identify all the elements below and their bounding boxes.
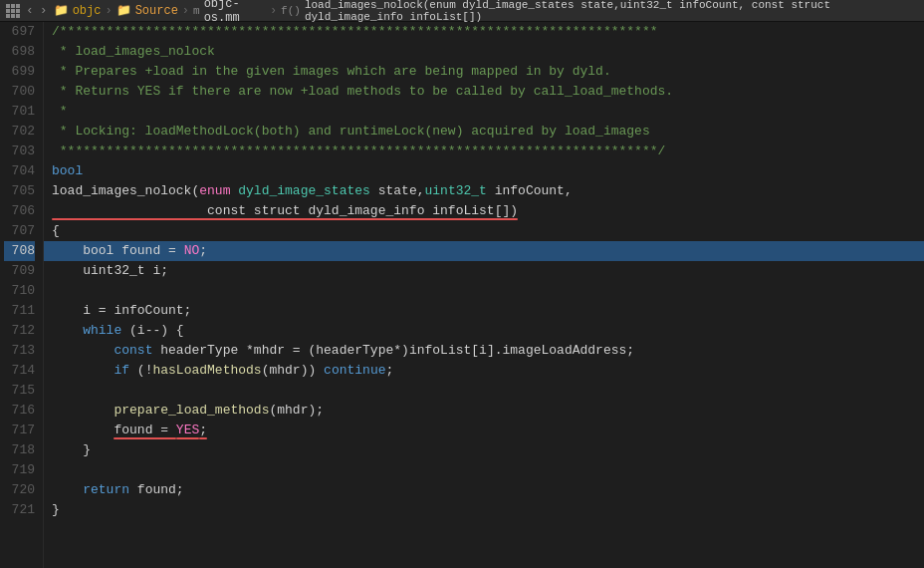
breadcrumb-objc-label[interactable]: objc bbox=[73, 4, 102, 18]
code-line: load_images_nolock(enum dyld_image_state… bbox=[44, 181, 924, 201]
code-token: ****************************************… bbox=[52, 143, 665, 158]
code-token: continue bbox=[324, 363, 385, 378]
code-token: hasLoadMethods bbox=[152, 363, 261, 378]
code-token: return bbox=[83, 482, 129, 497]
code-line: const struct dyld_image_info infoList[]) bbox=[44, 201, 924, 221]
code-area: 6976986997007017027037047057067077087097… bbox=[0, 22, 924, 568]
line-number: 700 bbox=[4, 82, 35, 102]
line-number: 720 bbox=[4, 480, 35, 500]
line-number: 714 bbox=[4, 361, 35, 381]
code-token: * Returns YES if there are now +load met… bbox=[52, 84, 673, 99]
line-number: 713 bbox=[4, 341, 35, 361]
line-number: 710 bbox=[4, 281, 35, 301]
code-token bbox=[52, 403, 114, 418]
line-number: 704 bbox=[4, 161, 35, 181]
code-token bbox=[52, 423, 114, 437]
code-line: /***************************************… bbox=[44, 22, 924, 42]
code-token: bool bbox=[52, 163, 83, 178]
code-line: bool bbox=[44, 161, 924, 181]
breadcrumb-source-label[interactable]: Source bbox=[135, 4, 178, 18]
code-token: { bbox=[52, 223, 60, 238]
line-number: 711 bbox=[4, 301, 35, 321]
code-line: * Prepares +load in the given images whi… bbox=[44, 62, 924, 82]
code-line: bool found = NO; bbox=[44, 241, 924, 261]
top-bar: ‹ › 📁 objc › 📁 Source › m objc-os.mm › f… bbox=[0, 0, 924, 22]
code-token: ; bbox=[199, 243, 207, 258]
line-number: 705 bbox=[4, 181, 35, 201]
code-token bbox=[52, 482, 83, 497]
code-content: /***************************************… bbox=[44, 22, 924, 568]
code-token: headerType *mhdr = (headerType*)infoList… bbox=[152, 343, 634, 358]
code-line: } bbox=[44, 440, 924, 460]
breadcrumb-func-label[interactable]: load_images_nolock(enum dyld_image_state… bbox=[305, 0, 918, 23]
line-number: 718 bbox=[4, 440, 35, 460]
line-number: 697 bbox=[4, 22, 35, 42]
code-token bbox=[52, 343, 114, 358]
code-token bbox=[52, 363, 114, 378]
code-token: (i--) { bbox=[121, 323, 183, 338]
code-token: } bbox=[52, 442, 91, 457]
code-line: * Locking: loadMethodLock(both) and runt… bbox=[44, 122, 924, 142]
line-number: 701 bbox=[4, 102, 35, 122]
code-token: (mhdr); bbox=[269, 403, 324, 418]
code-line: if (!hasLoadMethods(mhdr)) continue; bbox=[44, 361, 924, 381]
code-token: } bbox=[52, 502, 60, 517]
code-line: prepare_load_methods(mhdr); bbox=[44, 401, 924, 421]
code-token: uint32_t bbox=[424, 183, 486, 198]
code-token: prepare_load_methods bbox=[114, 403, 269, 418]
line-numbers: 6976986997007017027037047057067077087097… bbox=[0, 22, 44, 568]
code-line: return found; bbox=[44, 480, 924, 500]
code-token: * load_images_nolock bbox=[52, 44, 215, 59]
line-number: 717 bbox=[4, 421, 35, 440]
line-number: 712 bbox=[4, 321, 35, 341]
line-number: 716 bbox=[4, 401, 35, 421]
line-number: 715 bbox=[4, 381, 35, 401]
code-token: infoCount, bbox=[487, 183, 573, 198]
code-line: const headerType *mhdr = (headerType*)in… bbox=[44, 341, 924, 361]
line-number: 721 bbox=[4, 500, 35, 520]
code-token: bool found = bbox=[52, 243, 184, 258]
code-line: ****************************************… bbox=[44, 142, 924, 161]
line-number: 702 bbox=[4, 122, 35, 142]
line-number: 698 bbox=[4, 42, 35, 62]
code-line bbox=[44, 381, 924, 401]
code-line: * Returns YES if there are now +load met… bbox=[44, 82, 924, 102]
code-token: (! bbox=[129, 363, 152, 378]
code-token: dyld_image_states bbox=[238, 183, 370, 198]
code-token: const struct dyld_image_info infoList[]) bbox=[52, 201, 518, 221]
breadcrumb-file-label[interactable]: objc-os.mm bbox=[204, 0, 266, 25]
line-number: 706 bbox=[4, 201, 35, 221]
code-token: found; bbox=[129, 482, 184, 497]
breadcrumb-func-icon: f() bbox=[281, 5, 301, 17]
line-number: 709 bbox=[4, 261, 35, 281]
code-token: if bbox=[114, 363, 129, 378]
nav-forward-icon[interactable]: › bbox=[40, 3, 48, 18]
nav-back-icon[interactable]: ‹ bbox=[26, 3, 34, 18]
code-token: load_images_nolock( bbox=[52, 183, 199, 198]
breadcrumb-objc[interactable]: 📁 bbox=[54, 3, 69, 18]
code-token: * Prepares +load in the given images whi… bbox=[52, 64, 611, 79]
breadcrumb-file-icon: m bbox=[193, 5, 200, 17]
code-token: i = infoCount; bbox=[52, 303, 191, 318]
code-line: i = infoCount; bbox=[44, 301, 924, 321]
code-line bbox=[44, 281, 924, 301]
code-token: uint32_t i; bbox=[52, 263, 168, 278]
code-token: YES bbox=[176, 421, 199, 440]
breadcrumb: 📁 objc › 📁 Source › m objc-os.mm › f() l… bbox=[54, 0, 918, 25]
line-number: 707 bbox=[4, 221, 35, 241]
code-line: { bbox=[44, 221, 924, 241]
line-number: 719 bbox=[4, 460, 35, 480]
code-line: found = YES; bbox=[44, 421, 924, 440]
code-line: } bbox=[44, 500, 924, 520]
code-line: uint32_t i; bbox=[44, 261, 924, 281]
code-token: found = bbox=[114, 421, 175, 440]
code-line: * bbox=[44, 102, 924, 122]
code-token: ; bbox=[199, 421, 207, 440]
code-token: state, bbox=[370, 183, 425, 198]
code-token: * bbox=[52, 104, 68, 119]
code-token: while bbox=[83, 323, 121, 338]
line-number: 708 bbox=[4, 241, 35, 261]
code-line: * load_images_nolock bbox=[44, 42, 924, 62]
code-line: while (i--) { bbox=[44, 321, 924, 341]
grid-icon[interactable] bbox=[6, 4, 20, 18]
